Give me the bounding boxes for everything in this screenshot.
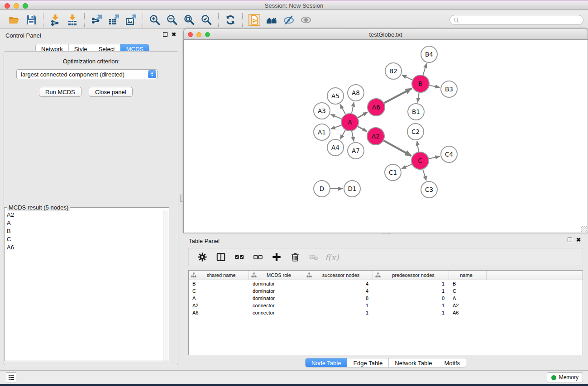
cell-name[interactable]: A6	[449, 310, 487, 315]
select-all-icon[interactable]	[232, 250, 247, 264]
export-network-icon[interactable]	[89, 13, 104, 27]
cell-mcds-role[interactable]: dominator	[249, 288, 304, 294]
edge-B-B3[interactable]	[430, 86, 440, 87]
tab-node-table[interactable]: Node Table	[306, 358, 347, 367]
home-icon[interactable]	[264, 13, 279, 27]
close-panel-icon[interactable]: ✖	[172, 32, 176, 37]
result-item[interactable]: C	[5, 236, 163, 244]
edge-C-C2[interactable]	[417, 141, 419, 152]
mcds-result-list[interactable]: A2ABCA6	[5, 211, 163, 360]
cell-shared-name[interactable]: C	[189, 288, 249, 294]
edge-A-A8[interactable]	[352, 102, 354, 114]
float-panel-icon[interactable]	[163, 32, 167, 37]
table-row[interactable]: Adominator80A	[189, 295, 583, 302]
edge-A-A3[interactable]	[330, 114, 341, 119]
tab-network-table[interactable]: Network Table	[388, 358, 438, 367]
deselect-all-icon[interactable]	[251, 250, 265, 264]
table-row[interactable]: Cdominator41C	[189, 287, 583, 295]
cell-name[interactable]: A2	[449, 303, 487, 308]
cell-successor-nodes[interactable]: 1	[304, 303, 373, 308]
result-scrollbar[interactable]	[163, 210, 169, 361]
columns-icon[interactable]	[214, 250, 228, 264]
float-table-panel-icon[interactable]	[568, 238, 572, 242]
cell-successor-nodes[interactable]: 8	[304, 295, 373, 301]
close-panel-button[interactable]: Close panel	[89, 87, 133, 97]
edge-B-B1[interactable]	[417, 93, 419, 103]
cell-name[interactable]: B	[449, 281, 487, 286]
export-image-icon[interactable]	[123, 13, 139, 27]
zoom-selected-icon[interactable]	[199, 13, 214, 27]
table-row[interactable]: A2connector11A2	[189, 302, 583, 309]
delete-table-icon[interactable]	[306, 250, 321, 264]
run-mcds-button[interactable]: Run MCDS	[39, 87, 81, 97]
add-column-icon[interactable]	[269, 250, 284, 264]
import-network-icon[interactable]	[48, 13, 63, 27]
cell-successor-nodes[interactable]: 1	[304, 310, 373, 315]
cell-successor-nodes[interactable]: 4	[304, 288, 373, 294]
node-table[interactable]: shared nameMCDS rolesuccessor nodesprede…	[188, 270, 583, 355]
cell-mcds-role[interactable]: dominator	[249, 281, 304, 286]
cell-predecessor-nodes[interactable]: 1	[373, 288, 449, 294]
criterion-dropdown[interactable]: largest connected component (directed) ▲…	[16, 69, 158, 79]
edge-A-A4[interactable]	[340, 130, 345, 139]
column-header-successor-nodes[interactable]: successor nodes	[304, 271, 373, 280]
edge-B-B2[interactable]	[402, 75, 412, 80]
export-table-icon[interactable]	[106, 13, 121, 27]
search-input[interactable]	[461, 16, 583, 24]
resize-grip-icon[interactable]	[581, 226, 587, 232]
refresh-icon[interactable]	[223, 13, 238, 27]
result-item[interactable]: A	[5, 219, 163, 228]
edge-A6-B[interactable]	[384, 88, 412, 103]
column-header-mcds-role[interactable]: MCDS role	[249, 271, 304, 280]
search-field[interactable]	[449, 15, 583, 25]
cell-shared-name[interactable]: A6	[189, 310, 249, 315]
cell-shared-name[interactable]: B	[189, 281, 249, 286]
cell-predecessor-nodes[interactable]: 1	[373, 310, 449, 315]
edge-B-B4[interactable]	[423, 63, 426, 75]
cell-name[interactable]: A	[449, 295, 487, 301]
tab-edge-table[interactable]: Edge Table	[347, 358, 388, 367]
column-header-predecessor-nodes[interactable]: predecessor nodes	[373, 271, 449, 280]
edge-C-C1[interactable]	[402, 164, 411, 169]
cell-predecessor-nodes[interactable]: 0	[373, 295, 449, 301]
result-item[interactable]: A6	[5, 244, 163, 252]
cell-name[interactable]: C	[449, 288, 487, 294]
network-graph[interactable]: B4B2BB3A5A8A6B1A3AC2A1A2A4A7C4CC1DD1C3	[184, 40, 588, 232]
gear-icon[interactable]	[195, 250, 210, 264]
zoom-fit-icon[interactable]	[182, 13, 197, 27]
function-builder-icon[interactable]: f(x)	[325, 253, 339, 262]
eye-slash-icon[interactable]	[281, 13, 296, 27]
edge-A-A5[interactable]	[340, 104, 345, 114]
zoom-out-icon[interactable]	[164, 13, 180, 27]
save-session-icon[interactable]	[24, 13, 39, 27]
column-header-shared-name[interactable]: shared name	[189, 271, 249, 280]
network-window-titlebar[interactable]: testGlobe.txt	[183, 29, 588, 40]
memory-button[interactable]: Memory	[547, 372, 583, 382]
eye-icon[interactable]	[298, 13, 314, 27]
cell-successor-nodes[interactable]: 4	[304, 281, 373, 286]
delete-icon[interactable]	[288, 250, 302, 264]
cell-predecessor-nodes[interactable]: 1	[373, 281, 449, 286]
cell-mcds-role[interactable]: dominator	[249, 295, 304, 301]
tab-motifs[interactable]: Motifs	[438, 358, 466, 367]
cell-shared-name[interactable]: A2	[189, 303, 249, 308]
zoom-in-icon[interactable]	[147, 13, 163, 27]
new-network-icon[interactable]	[247, 13, 262, 27]
edge-A-A7[interactable]	[352, 131, 354, 142]
edge-A-A2[interactable]	[358, 127, 367, 132]
edge-A-A6[interactable]	[358, 112, 367, 118]
edge-C-C4[interactable]	[429, 156, 440, 158]
network-canvas[interactable]: B4B2BB3A5A8A6B1A3AC2A1A2A4A7C4CC1DD1C3	[183, 40, 588, 233]
vertical-splitter-handle[interactable]	[180, 195, 183, 202]
table-row[interactable]: A6connector11A6	[189, 309, 583, 316]
cell-mcds-role[interactable]: connector	[249, 310, 304, 315]
import-table-icon[interactable]	[65, 13, 80, 27]
close-table-panel-icon[interactable]: ✖	[576, 238, 581, 242]
task-history-button[interactable]	[6, 372, 16, 382]
open-session-icon[interactable]	[6, 13, 22, 27]
cell-predecessor-nodes[interactable]: 1	[373, 303, 449, 308]
cell-shared-name[interactable]: A	[189, 295, 249, 301]
edge-A2-C[interactable]	[384, 141, 411, 156]
result-item[interactable]: A2	[5, 211, 163, 219]
result-item[interactable]: B	[5, 228, 163, 236]
